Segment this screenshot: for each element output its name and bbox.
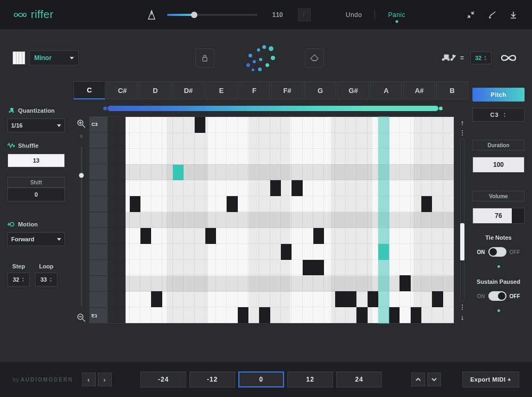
zoom-slider[interactable]	[81, 147, 82, 306]
root-tab-Asharp[interactable]: A#	[403, 81, 435, 99]
note[interactable]	[205, 228, 216, 244]
root-tab-Fsharp[interactable]: F#	[271, 81, 303, 99]
download-icon[interactable]	[508, 9, 519, 21]
motion-select[interactable]: Forward	[7, 232, 65, 246]
transpose-+24[interactable]: 24	[336, 371, 382, 387]
note[interactable]	[151, 291, 162, 307]
note[interactable]	[303, 260, 313, 276]
transpose--24[interactable]: -24	[140, 371, 186, 387]
loop-value[interactable]: 33▲▼	[35, 273, 57, 286]
octave-down-button[interactable]	[427, 373, 441, 386]
zoom-in-icon[interactable]	[77, 120, 86, 130]
transpose--12[interactable]: -12	[189, 371, 235, 387]
row-label	[89, 180, 107, 196]
next-button[interactable]: ›	[98, 373, 112, 386]
brush-icon[interactable]	[486, 9, 498, 21]
note[interactable]	[140, 228, 151, 244]
root-tab-D[interactable]: D	[139, 81, 171, 99]
note[interactable]	[368, 291, 378, 307]
scale-select[interactable]: Minor	[29, 50, 79, 65]
tie-notes-toggle[interactable]	[488, 247, 506, 257]
root-tab-F[interactable]: F	[238, 81, 270, 99]
note[interactable]	[346, 291, 356, 307]
note[interactable]	[259, 307, 270, 323]
keyboard-icon[interactable]	[13, 52, 25, 64]
pitch-range-bar[interactable]	[107, 106, 438, 111]
scroll-down-icon[interactable]: ↓	[461, 311, 464, 324]
root-tab-A[interactable]: A	[370, 81, 402, 99]
steps-value[interactable]: 32 ▲▼	[470, 52, 492, 64]
collapse-icon[interactable]	[465, 9, 477, 21]
octave-up-button[interactable]	[411, 373, 425, 386]
note[interactable]	[378, 244, 389, 260]
sustain-label: Sustain Paused	[472, 278, 525, 285]
pitch-value[interactable]: C3▲▼	[472, 108, 525, 122]
undo-button[interactable]: Undo	[343, 11, 365, 19]
quantization-label: Quantization	[7, 107, 73, 114]
note[interactable]	[432, 291, 443, 307]
volume-value[interactable]: 76	[472, 208, 525, 224]
note[interactable]	[421, 196, 432, 212]
step-value[interactable]: 32▲▼	[7, 273, 30, 286]
erase-button[interactable]	[305, 48, 324, 67]
zoom-reset[interactable]: R	[80, 134, 84, 139]
row-label	[89, 260, 107, 276]
root-tab-Csharp[interactable]: C#	[106, 81, 138, 99]
tie-on-label: ON	[477, 249, 485, 255]
step-label: Step	[7, 263, 30, 269]
note[interactable]	[173, 165, 184, 181]
row-label	[89, 292, 107, 308]
vertical-scrollbar[interactable]	[460, 139, 464, 301]
svg-rect-0	[203, 57, 207, 61]
sustain-toggle[interactable]	[488, 291, 506, 301]
export-midi-button[interactable]: Export MIDI +	[462, 371, 519, 387]
note[interactable]	[313, 260, 324, 276]
note[interactable]	[292, 180, 302, 196]
note[interactable]	[227, 196, 237, 212]
note[interactable]	[335, 291, 346, 307]
zoom-out-icon[interactable]	[77, 314, 86, 324]
root-tab-Gsharp[interactable]: G#	[337, 81, 369, 99]
transpose-+12[interactable]: 12	[287, 371, 333, 387]
note[interactable]	[313, 228, 324, 244]
row-label	[89, 132, 107, 148]
row-label	[89, 228, 107, 244]
row-label	[89, 196, 107, 212]
note[interactable]	[411, 307, 421, 323]
note[interactable]	[400, 275, 410, 291]
shuffle-value[interactable]: 13	[7, 154, 65, 167]
scroll-up-icon[interactable]: ↑	[461, 116, 464, 129]
duration-value[interactable]: 100	[472, 157, 525, 173]
sync-toggle[interactable]: F	[298, 9, 311, 21]
note[interactable]	[270, 180, 281, 196]
panic-button[interactable]: Panic	[385, 11, 409, 19]
note[interactable]	[195, 117, 205, 133]
lock-button[interactable]	[195, 48, 214, 67]
note[interactable]	[238, 307, 248, 323]
randomize-button[interactable]	[241, 42, 278, 74]
root-tab-E[interactable]: E	[205, 81, 237, 99]
infinity-toggle[interactable]	[498, 51, 519, 65]
volume-label: Volume	[472, 191, 525, 201]
svg-point-1	[10, 223, 14, 226]
metronome-icon[interactable]	[146, 9, 157, 21]
prev-button[interactable]: ‹	[82, 373, 96, 386]
note[interactable]	[356, 307, 367, 323]
shift-value[interactable]: 0	[7, 188, 65, 201]
loop-label: Loop	[35, 263, 57, 269]
note[interactable]	[130, 196, 140, 212]
root-tab-Dsharp[interactable]: D#	[172, 81, 204, 99]
root-tab-C[interactable]: C	[73, 81, 105, 99]
root-tab-G[interactable]: G	[304, 81, 336, 99]
tempo-slider[interactable]	[167, 14, 257, 16]
transpose-0[interactable]: 0	[238, 371, 284, 387]
tempo-value[interactable]: 110	[267, 11, 288, 19]
quantization-select[interactable]: 1/16	[7, 119, 65, 132]
piano-roll-grid[interactable]	[107, 116, 454, 324]
note[interactable]	[389, 307, 400, 323]
notes-icon	[441, 53, 457, 63]
row-label: C3	[89, 116, 107, 132]
root-tab-B[interactable]: B	[436, 81, 468, 99]
note[interactable]	[281, 244, 292, 260]
rate-display: =	[441, 53, 464, 63]
